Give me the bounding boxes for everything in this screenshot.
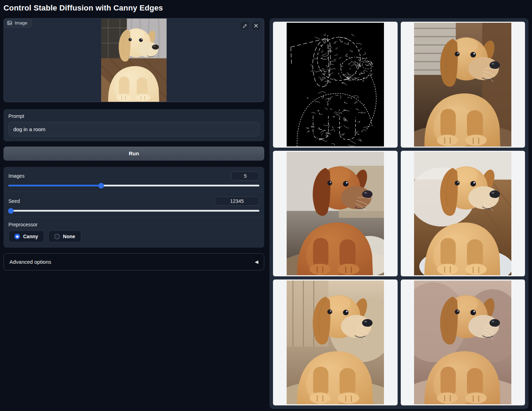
radio-label-canny: Canny bbox=[23, 234, 38, 239]
seed-slider-track[interactable] bbox=[8, 210, 259, 212]
left-column: Image bbox=[4, 18, 264, 270]
seed-slider-handle[interactable] bbox=[8, 208, 14, 214]
images-slider-track[interactable] bbox=[8, 185, 259, 186]
gallery-cell-generated-image-3[interactable] bbox=[401, 151, 525, 277]
gallery-cell-generated-image-5[interactable] bbox=[401, 279, 525, 405]
preprocessor-radio-group: CannyNone bbox=[8, 231, 259, 242]
dog-image-svg bbox=[414, 23, 511, 147]
seed-number-input[interactable] bbox=[215, 197, 259, 206]
seed-slider-section: Seed bbox=[4, 192, 264, 217]
seed-slider-label: Seed bbox=[8, 198, 20, 204]
clear-image-button[interactable] bbox=[251, 21, 261, 30]
main-layout: Image bbox=[4, 18, 528, 409]
gallery-cell-generated-image-1[interactable] bbox=[401, 22, 525, 148]
images-slider-fill bbox=[8, 185, 101, 186]
preprocessor-section: Preprocessor CannyNone bbox=[4, 217, 264, 248]
uploaded-image-preview[interactable] bbox=[4, 19, 264, 102]
images-slider-section: Images bbox=[4, 167, 264, 192]
images-slider-handle[interactable] bbox=[98, 183, 104, 189]
generated-image-2 bbox=[287, 152, 384, 276]
dog-image-svg bbox=[414, 281, 511, 404]
gallery-cell-generated-image-2[interactable] bbox=[273, 151, 398, 277]
generated-image-4 bbox=[287, 281, 384, 404]
canny-edge-map bbox=[287, 23, 384, 147]
app-page: Control Stable Diffusion with Canny Edge… bbox=[0, 0, 532, 411]
gallery-cell-canny-edge-map[interactable] bbox=[273, 22, 398, 148]
generated-image-3 bbox=[414, 152, 511, 276]
preprocessor-label: Preprocessor bbox=[8, 222, 259, 227]
prompt-label: Prompt bbox=[8, 113, 259, 119]
image-toolbar bbox=[240, 21, 261, 30]
edge-map-svg bbox=[287, 23, 384, 147]
image-label-text: Image bbox=[15, 20, 27, 26]
radio-dot-canny bbox=[14, 234, 20, 239]
page-title: Control Stable Diffusion with Canny Edge… bbox=[4, 3, 528, 13]
image-input-block: Image bbox=[4, 18, 264, 102]
radio-option-canny[interactable]: Canny bbox=[8, 231, 44, 242]
accordion-collapsed-arrow: ◀ bbox=[255, 259, 258, 264]
pencil-icon bbox=[243, 23, 247, 28]
advanced-options-accordion[interactable]: Advanced options ◀ bbox=[4, 253, 264, 270]
image-icon bbox=[7, 20, 12, 26]
seed-slider-fill bbox=[8, 210, 11, 212]
generated-image-5 bbox=[414, 281, 511, 404]
images-number-input[interactable] bbox=[231, 171, 259, 180]
radio-dot-none bbox=[54, 234, 60, 239]
run-button[interactable]: Run bbox=[4, 147, 264, 161]
gallery-cell-generated-image-4[interactable] bbox=[273, 279, 398, 405]
prompt-input[interactable] bbox=[8, 122, 259, 136]
close-icon bbox=[254, 23, 258, 28]
image-label: Image bbox=[4, 19, 32, 28]
generated-image-1 bbox=[414, 23, 511, 147]
prompt-block: Prompt bbox=[4, 109, 264, 141]
controls-group: Images Seed bbox=[4, 167, 264, 248]
radio-label-none: None bbox=[63, 234, 75, 239]
images-slider-label: Images bbox=[8, 173, 24, 179]
dog-image-svg bbox=[287, 281, 384, 404]
radio-option-none[interactable]: None bbox=[48, 231, 81, 242]
advanced-options-label: Advanced options bbox=[9, 259, 51, 265]
dog-image-svg bbox=[101, 19, 167, 102]
result-gallery bbox=[270, 18, 528, 409]
dog-image-svg bbox=[287, 152, 384, 276]
edit-image-button[interactable] bbox=[240, 21, 250, 30]
dog-image-svg bbox=[414, 152, 511, 276]
